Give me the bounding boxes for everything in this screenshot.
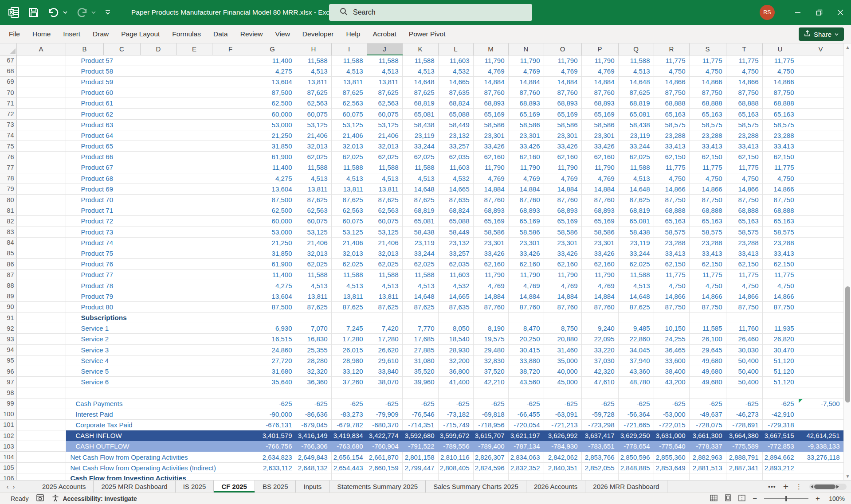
cell[interactable]: 33,426 — [581, 141, 618, 152]
cell[interactable] — [798, 259, 843, 270]
vertical-scrollbar[interactable]: ▲ ▼ — [843, 43, 851, 480]
cell[interactable]: 4,750 — [726, 280, 762, 291]
cell[interactable]: 22,860 — [618, 334, 654, 344]
cell[interactable]: 62,160 — [508, 152, 544, 162]
cell[interactable]: 68,824 — [438, 98, 473, 109]
cell[interactable]: 3,621,197 — [508, 430, 544, 441]
cell[interactable]: 87,625 — [402, 194, 438, 205]
cell[interactable]: 11,603 — [438, 162, 473, 173]
row-header-80[interactable]: 80 — [0, 194, 16, 205]
row-label-cell[interactable]: Product 59 — [66, 76, 249, 87]
cell[interactable]: 68,893 — [544, 205, 581, 216]
cell[interactable]: 58,586 — [581, 227, 618, 237]
cell[interactable]: 7,245 — [331, 323, 367, 334]
cell[interactable] — [473, 473, 508, 480]
cell[interactable]: 37,260 — [331, 377, 367, 387]
cell[interactable]: -53,000 — [654, 409, 689, 419]
cell[interactable]: 33,426 — [544, 141, 581, 152]
cell[interactable]: 17,280 — [331, 334, 367, 344]
cell[interactable]: 62,025 — [331, 259, 367, 270]
sheet-tab-2026-mrr-dashboard[interactable]: 2026 MRR Dashboard — [585, 481, 667, 492]
menu-tab-developer[interactable]: Developer — [296, 25, 340, 43]
cell[interactable]: 23,288 — [689, 237, 726, 248]
sheet-tab-cf-2025[interactable]: CF 2025 — [214, 481, 255, 492]
cell[interactable]: -625 — [508, 398, 544, 409]
cell[interactable]: 32,013 — [367, 141, 402, 152]
cell[interactable]: 14,884 — [508, 184, 544, 194]
cell[interactable]: 32,013 — [296, 141, 331, 152]
cell[interactable] — [402, 387, 438, 398]
cell[interactable]: 23,119 — [618, 237, 654, 248]
row-header-97[interactable]: 97 — [0, 377, 16, 387]
cell[interactable]: 32,200 — [438, 355, 473, 366]
cell[interactable]: 4,513 — [402, 280, 438, 291]
menu-tab-page-layout[interactable]: Page Layout — [115, 25, 166, 43]
cell[interactable]: 27,720 — [249, 355, 296, 366]
cell[interactable]: 11,790 — [508, 270, 544, 280]
cell[interactable]: -7,500 — [798, 398, 843, 409]
cell[interactable]: 14,648 — [618, 291, 654, 301]
cell[interactable]: 87,635 — [438, 301, 473, 312]
cell[interactable]: 58,575 — [654, 227, 689, 237]
cell[interactable] — [689, 473, 726, 480]
cell[interactable]: -760,904 — [367, 441, 402, 452]
cell[interactable]: 33,426 — [508, 141, 544, 152]
cell[interactable]: 87,750 — [762, 87, 798, 98]
cell[interactable]: 68,888 — [654, 98, 689, 109]
cell[interactable] — [16, 216, 66, 227]
cell[interactable]: 11,588 — [296, 55, 331, 66]
cell[interactable]: 68,888 — [762, 205, 798, 216]
row-header-69[interactable]: 69 — [0, 76, 16, 87]
cell[interactable]: 11,775 — [654, 162, 689, 173]
cell[interactable]: 62,025 — [618, 259, 654, 270]
accessibility-icon[interactable] — [52, 494, 59, 503]
cell[interactable]: 3,664,380 — [726, 430, 762, 441]
cell[interactable]: 4,513 — [296, 66, 331, 76]
cell[interactable]: 14,884 — [473, 184, 508, 194]
row-header-88[interactable]: 88 — [0, 280, 16, 291]
cell[interactable]: -775,640 — [654, 441, 689, 452]
menu-tab-acrobat[interactable]: Acrobat — [366, 25, 402, 43]
cell[interactable]: 33,244 — [402, 141, 438, 152]
row-label-cell[interactable]: Product 76 — [66, 259, 249, 270]
cell[interactable]: 27,885 — [402, 344, 438, 355]
cell[interactable]: 2,882,963 — [689, 452, 726, 462]
cell[interactable]: 3,667,515 — [762, 430, 798, 441]
cell[interactable]: 14,665 — [438, 291, 473, 301]
row-label-cell[interactable]: Product 61 — [66, 98, 249, 109]
zoom-slider-thumb[interactable] — [785, 496, 787, 501]
select-all-corner[interactable] — [0, 43, 16, 55]
cell[interactable]: -714,351 — [402, 419, 438, 430]
cell[interactable]: 4,513 — [296, 280, 331, 291]
cell[interactable]: 37,940 — [618, 355, 654, 366]
cell[interactable]: 2,649,843 — [296, 452, 331, 462]
row-label-cell[interactable]: Product 71 — [66, 205, 249, 216]
cell[interactable]: 23,288 — [726, 237, 762, 248]
cell[interactable]: 19,575 — [473, 334, 508, 344]
column-header-Q[interactable]: Q — [618, 43, 654, 55]
cell[interactable]: 11,775 — [726, 162, 762, 173]
cell[interactable] — [16, 280, 66, 291]
cell[interactable] — [16, 76, 66, 87]
cell[interactable]: 87,500 — [249, 87, 296, 98]
cell[interactable]: 11,588 — [331, 55, 367, 66]
cell[interactable]: 23,301 — [544, 130, 581, 141]
cell[interactable]: 68,888 — [762, 98, 798, 109]
cell[interactable]: 2,848,885 — [618, 462, 654, 473]
cell[interactable] — [16, 291, 66, 301]
cell[interactable]: 2,888,791 — [726, 452, 762, 462]
cell[interactable] — [16, 55, 66, 66]
zoom-slider[interactable] — [764, 498, 808, 499]
cell[interactable]: 53,125 — [296, 227, 331, 237]
cell[interactable]: -625 — [762, 398, 798, 409]
row-header-86[interactable]: 86 — [0, 259, 16, 270]
row-label-cell[interactable]: CASH OUTFLOW — [66, 441, 249, 452]
column-header-N[interactable]: N — [508, 43, 544, 55]
cell[interactable]: 3,631,000 — [654, 430, 689, 441]
cell[interactable] — [726, 313, 762, 323]
cell[interactable] — [16, 227, 66, 237]
cell[interactable]: 4,275 — [249, 66, 296, 76]
cell[interactable]: 8,750 — [544, 323, 581, 334]
cell[interactable]: 65,081 — [618, 216, 654, 227]
search-input[interactable]: Search — [329, 4, 532, 21]
